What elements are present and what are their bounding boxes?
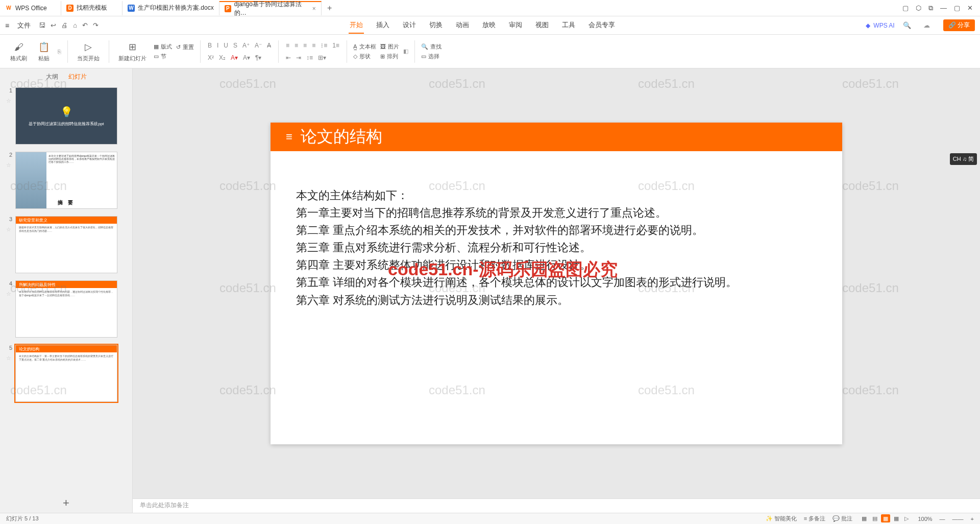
smart-beautify-button[interactable]: ✨ 智能美化 bbox=[766, 515, 797, 522]
italic-button[interactable]: I bbox=[216, 41, 219, 50]
underline-button[interactable]: U bbox=[223, 41, 229, 50]
bullets-button[interactable]: ⫶≡ bbox=[320, 41, 328, 50]
superscript-button[interactable]: X² bbox=[207, 53, 215, 62]
paste-button[interactable]: 📋粘贴 bbox=[34, 40, 54, 62]
notes-pane[interactable]: 单击此处添加备注 bbox=[133, 498, 980, 513]
multi-notes-button[interactable]: ≡ 多备注 bbox=[804, 515, 825, 522]
indent-inc-button[interactable]: ⇥ bbox=[295, 53, 302, 62]
reading-view-button[interactable]: ▦ bbox=[881, 514, 890, 522]
tab-transition[interactable]: 切换 bbox=[428, 17, 444, 34]
align-right-button[interactable]: ≡ bbox=[302, 41, 308, 50]
thumbnail-list[interactable]: 1 ☆ 💡 基于协同过滤算法的招聘信息推荐系统ppt 2 ☆ 本论文主要论述了如… bbox=[0, 85, 132, 493]
tab-slideshow[interactable]: 放映 bbox=[481, 17, 497, 34]
star-icon[interactable]: ☆ bbox=[6, 291, 11, 297]
add-slide-button[interactable]: + bbox=[0, 493, 132, 513]
outline-tab[interactable]: 大纲 bbox=[46, 73, 58, 81]
slide-thumbnail-1[interactable]: 💡 基于协同过滤算法的招聘信息推荐系统ppt bbox=[15, 87, 117, 145]
tab-wps-office[interactable]: WWPS Office bbox=[0, 1, 61, 15]
layout-button[interactable]: ▦版式 bbox=[154, 43, 172, 51]
subscript-button[interactable]: X₂ bbox=[218, 53, 227, 62]
thumbnail-row[interactable]: 3 ☆ 研究背景和意义 随着科学技术及互联网的发展，人们的生活方式也发生了很大的… bbox=[5, 216, 127, 273]
tab-insert[interactable]: 插入 bbox=[375, 17, 390, 34]
notes-view-button[interactable]: ▦ bbox=[892, 514, 901, 522]
canvas-wrap[interactable]: ≡ 论文的结构 本文的主体结构如下： 第一章主要对当下的招聘信息推荐系统的背景及… bbox=[133, 68, 980, 498]
slideshow-button[interactable]: ▷ bbox=[902, 514, 911, 522]
comments-button[interactable]: 💬 批注 bbox=[832, 515, 852, 522]
zoom-out-button[interactable]: — bbox=[940, 516, 945, 522]
align-left-button[interactable]: ≡ bbox=[285, 41, 290, 50]
tab-member[interactable]: 会员专享 bbox=[587, 17, 616, 34]
format-button[interactable]: ¶▾ bbox=[254, 53, 262, 62]
font-inc-button[interactable]: A⁺ bbox=[241, 41, 251, 50]
numbering-button[interactable]: 1≡ bbox=[331, 41, 340, 50]
find-button[interactable]: 🔍查找 bbox=[421, 43, 442, 51]
print-icon[interactable]: 🖨 bbox=[61, 21, 68, 29]
undo-icon[interactable]: ↶ bbox=[82, 21, 88, 29]
slides-tab[interactable]: 幻灯片 bbox=[68, 73, 87, 81]
menu-icon[interactable]: ≡ bbox=[5, 21, 9, 30]
star-icon[interactable]: ☆ bbox=[6, 355, 11, 362]
slide-title[interactable]: 论文的结构 bbox=[301, 126, 382, 148]
star-icon[interactable]: ☆ bbox=[6, 98, 11, 104]
tab-ppt-active[interactable]: Pdjango基于协同过滤算法的…× bbox=[219, 1, 322, 15]
bold-button[interactable]: B bbox=[207, 41, 213, 50]
textbox-button[interactable]: A̲文本框 bbox=[353, 43, 376, 51]
zoom-in-button[interactable]: + bbox=[971, 516, 974, 522]
win-btn[interactable]: ⧉ bbox=[928, 4, 933, 12]
align-justify-button[interactable]: ≡ bbox=[311, 41, 316, 50]
close-button[interactable]: ✕ bbox=[967, 4, 973, 12]
zoom-slider[interactable]: —— bbox=[952, 516, 964, 522]
tab-template[interactable]: D找稻壳模板 bbox=[61, 1, 122, 15]
tab-view[interactable]: 视图 bbox=[534, 17, 550, 34]
thumbnail-row[interactable]: 1 ☆ 💡 基于协同过滤算法的招聘信息推荐系统ppt bbox=[5, 87, 127, 145]
minimize-button[interactable]: — bbox=[940, 4, 947, 12]
normal-view-button[interactable]: ▦ bbox=[860, 514, 869, 522]
tab-design[interactable]: 设计 bbox=[402, 17, 417, 34]
slide-thumbnail-2[interactable]: 本论文主要论述了如何使用django框架开发一个协同过滤算法的招聘信息推荐系统，… bbox=[15, 152, 117, 209]
thumbnail-row[interactable]: 4 ☆ 所解决的问题及特性 本系统针对当前招聘信息推荐系统存在的问题，通过协同过… bbox=[5, 280, 127, 338]
close-icon[interactable]: × bbox=[312, 5, 316, 12]
win-btn[interactable]: ▢ bbox=[902, 4, 909, 12]
new-slide-button[interactable]: ⊞新建幻灯片 bbox=[115, 40, 150, 62]
win-btn[interactable]: ⬡ bbox=[916, 4, 921, 12]
wps-ai-button[interactable]: ◆WPS AI bbox=[866, 22, 894, 29]
search-icon[interactable]: 🔍 bbox=[903, 21, 911, 29]
current-slide[interactable]: ≡ 论文的结构 本文的主体结构如下： 第一章主要对当下的招聘信息推荐系统的背景及… bbox=[271, 123, 842, 444]
font-color-button[interactable]: A▾ bbox=[230, 53, 239, 62]
shape-button[interactable]: ◇形状 bbox=[353, 53, 376, 60]
slide-thumbnail-4[interactable]: 所解决的问题及特性 本系统针对当前招聘信息推荐系统存在的问题，通过协同过滤算法实… bbox=[15, 280, 117, 338]
tab-animation[interactable]: 动画 bbox=[455, 17, 470, 34]
zoom-level[interactable]: 100% bbox=[918, 516, 932, 522]
thumbnail-row[interactable]: 5 ☆ 论文的结构 本文的主体结构如下：第一章主要对当下的招聘信息推荐系统的背景… bbox=[5, 345, 127, 402]
cloud-icon[interactable]: ☁ bbox=[923, 21, 930, 29]
picture-button[interactable]: 🖼图片 bbox=[380, 43, 399, 51]
redo-icon[interactable]: ↷ bbox=[93, 21, 99, 29]
save-icon[interactable]: 🖫 bbox=[39, 21, 45, 29]
tab-start[interactable]: 开始 bbox=[349, 17, 364, 34]
style-icon[interactable]: ◧ bbox=[403, 48, 408, 55]
strike-button[interactable]: S bbox=[232, 41, 238, 50]
indent-dec-button[interactable]: ⇤ bbox=[285, 53, 292, 62]
from-current-button[interactable]: ▷当页开始 bbox=[74, 40, 103, 62]
maximize-button[interactable]: ▢ bbox=[954, 4, 960, 12]
clipboard-icon[interactable]: ⎘ bbox=[58, 49, 61, 55]
file-menu[interactable]: 文件 bbox=[17, 21, 31, 30]
ime-indicator[interactable]: CH ♫ 简 bbox=[950, 153, 977, 165]
font-dec-button[interactable]: A⁻ bbox=[254, 41, 263, 50]
tab-review[interactable]: 审阅 bbox=[508, 17, 523, 34]
reset-button[interactable]: ↺重置 bbox=[176, 43, 194, 51]
export-icon[interactable]: ↩ bbox=[51, 21, 56, 29]
tab-docx[interactable]: W生产印模图片替换方案.docx bbox=[122, 1, 219, 15]
star-icon[interactable]: ☆ bbox=[6, 162, 11, 169]
thumbnail-row[interactable]: 2 ☆ 本论文主要论述了如何使用django框架开发一个协同过滤算法的招聘信息推… bbox=[5, 152, 127, 209]
tab-tools[interactable]: 工具 bbox=[561, 17, 576, 34]
align-center-button[interactable]: ≡ bbox=[293, 41, 299, 50]
text-direction-button[interactable]: ⊞▾ bbox=[317, 53, 327, 62]
line-spacing-button[interactable]: ↕≡ bbox=[305, 53, 314, 62]
slide-thumbnail-5-selected[interactable]: 论文的结构 本文的主体结构如下：第一章主要对当下的招聘信息推荐系统的背景及开发意… bbox=[15, 345, 117, 402]
clear-format-button[interactable]: A̶ bbox=[266, 41, 272, 50]
arrange-button[interactable]: ⊞排列 bbox=[380, 53, 399, 60]
select-button[interactable]: ▭选择 bbox=[421, 53, 442, 60]
format-painter-button[interactable]: 🖌格式刷 bbox=[7, 40, 30, 62]
sorter-view-button[interactable]: ▤ bbox=[870, 514, 879, 522]
